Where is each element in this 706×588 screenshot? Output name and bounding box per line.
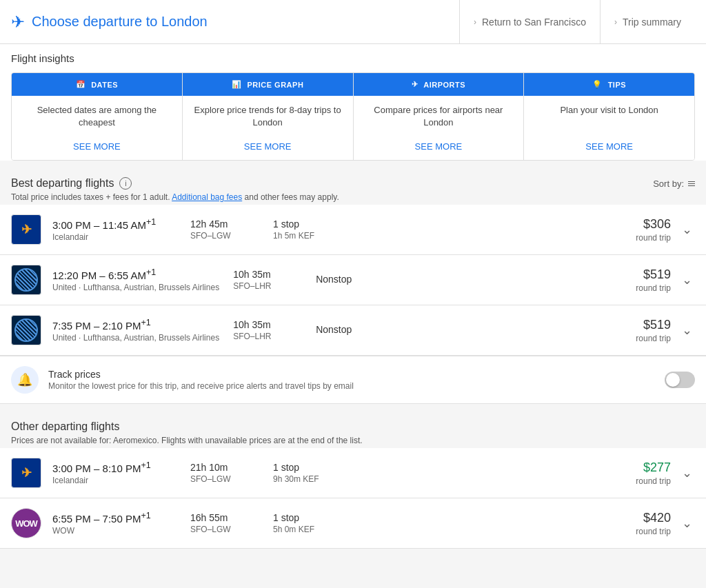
flight-duration-1: 10h 35m SFO–LHR bbox=[233, 269, 302, 291]
insights-title: Flight insights bbox=[11, 52, 695, 64]
insight-airports-body: Compare prices for airports near London … bbox=[354, 96, 524, 160]
other-route-0: SFO–LGW bbox=[190, 474, 259, 484]
track-title: Track prices bbox=[48, 369, 665, 380]
other-flight-row-1[interactable]: WOW 6:55 PM – 7:50 PM+1 WOW 16h 55m SFO–… bbox=[0, 498, 706, 549]
flight-duration-0: 12h 45m SFO–LGW bbox=[190, 219, 259, 241]
flight-stops-0: 1 stop 1h 5m KEF bbox=[273, 219, 356, 241]
other-price-label-0: round trip bbox=[636, 476, 671, 486]
best-flights-subtitle: Total price includes taxes + fees for 1 … bbox=[11, 192, 695, 202]
return-step[interactable]: › Return to San Francisco bbox=[459, 0, 600, 43]
other-flights-section-header: Other departing flights Prices are not a… bbox=[0, 409, 706, 448]
other-expand-icon-1[interactable]: ⌄ bbox=[679, 513, 695, 534]
insight-tips-text: Plan your visit to London bbox=[532, 104, 686, 133]
flight-times-2: 7:35 PM – 2:10 PM+1 United · Lufthansa, … bbox=[52, 318, 219, 343]
other-flight-times-1: 6:55 PM – 7:50 PM+1 WOW bbox=[52, 511, 176, 536]
other-flight-duration-0: 21h 10m SFO–LGW bbox=[190, 462, 259, 484]
calendar-icon: 📅 bbox=[76, 80, 86, 89]
best-flight-row-2[interactable]: 7:35 PM – 2:10 PM+1 United · Lufthansa, … bbox=[0, 305, 706, 356]
sort-by-area: Sort by: bbox=[653, 179, 695, 189]
price-label-0: round trip bbox=[636, 233, 671, 243]
other-time-range-1: 6:55 PM – 7:50 PM+1 bbox=[52, 511, 176, 525]
stops-text-2: Nonstop bbox=[316, 324, 399, 335]
insight-price-graph-see-more[interactable]: SEE MORE bbox=[244, 141, 292, 152]
insight-airports-see-more[interactable]: SEE MORE bbox=[415, 141, 463, 152]
return-step-label: Return to San Francisco bbox=[482, 17, 586, 28]
time-range-1: 12:20 PM – 6:55 AM+1 bbox=[52, 267, 219, 281]
insight-price-graph-body: Explore price trends for 8-day trips to … bbox=[183, 96, 353, 160]
track-notification-icon: 🔔 bbox=[17, 372, 32, 387]
insight-tips-see-more[interactable]: SEE MORE bbox=[585, 141, 633, 152]
divider-1 bbox=[0, 161, 706, 166]
plane-icon: ✈ bbox=[11, 12, 25, 32]
other-stops-detail-1: 5h 0m KEF bbox=[273, 525, 356, 534]
header-steps: › Return to San Francisco › Trip summary bbox=[459, 0, 695, 43]
other-flight-stops-1: 1 stop 5h 0m KEF bbox=[273, 512, 356, 534]
duration-text-0: 12h 45m bbox=[190, 219, 259, 230]
best-flights-section-header: Best departing flights i Sort by: Total … bbox=[0, 166, 706, 205]
track-prices-toggle[interactable] bbox=[665, 372, 695, 388]
price-amount-1: $519 bbox=[636, 267, 671, 282]
airline-name-0: Icelandair bbox=[52, 232, 176, 242]
price-label-2: round trip bbox=[636, 334, 671, 343]
wow-logo-1: WOW bbox=[11, 508, 41, 538]
insight-tips-body: Plan your visit to London SEE MORE bbox=[524, 96, 694, 160]
other-stops-detail-0: 9h 30m KEF bbox=[273, 474, 356, 484]
insights-section: Flight insights 📅 DATES Selected dates a… bbox=[0, 44, 706, 161]
other-flight-price-0: $277 round trip bbox=[636, 460, 671, 486]
other-price-amount-0: $277 bbox=[636, 460, 671, 475]
best-flights-title: Best departing flights bbox=[11, 177, 114, 190]
insight-tips-card[interactable]: 💡 TIPS Plan your visit to London SEE MOR… bbox=[524, 73, 694, 160]
best-flight-row-1[interactable]: 12:20 PM – 6:55 AM+1 United · Lufthansa,… bbox=[0, 255, 706, 305]
insight-dates-body: Selected dates are among the cheapest SE… bbox=[12, 96, 182, 160]
time-range-2: 7:35 PM – 2:10 PM+1 bbox=[52, 318, 219, 332]
trip-summary-step[interactable]: › Trip summary bbox=[600, 0, 695, 43]
other-flight-row-0[interactable]: 3:00 PM – 8:10 PM+1 Icelandair 21h 10m S… bbox=[0, 448, 706, 498]
insight-dates-see-more[interactable]: SEE MORE bbox=[73, 141, 121, 152]
price-amount-2: $519 bbox=[636, 318, 671, 332]
subtitle-text: Total price includes taxes + fees for 1 … bbox=[11, 192, 170, 202]
sort-by-label: Sort by: bbox=[653, 179, 684, 189]
insight-dates-card[interactable]: 📅 DATES Selected dates are among the che… bbox=[12, 73, 183, 160]
flight-stops-2: Nonstop bbox=[316, 324, 399, 336]
track-subtitle: Monitor the lowest price for this trip, … bbox=[48, 381, 665, 391]
other-airline-name-1: WOW bbox=[52, 526, 176, 536]
other-price-label-1: round trip bbox=[636, 527, 671, 536]
expand-icon-1[interactable]: ⌄ bbox=[679, 270, 695, 290]
other-flight-stops-0: 1 stop 9h 30m KEF bbox=[273, 462, 356, 484]
expand-icon-2[interactable]: ⌄ bbox=[679, 320, 695, 341]
other-duration-text-1: 16h 55m bbox=[190, 512, 259, 523]
sort-icon[interactable] bbox=[688, 181, 695, 186]
best-flight-row-0[interactable]: 3:00 PM – 11:45 AM+1 Icelandair 12h 45m … bbox=[0, 205, 706, 255]
other-time-range-0: 3:00 PM – 8:10 PM+1 bbox=[52, 460, 176, 474]
other-flight-duration-1: 16h 55m SFO–LGW bbox=[190, 512, 259, 534]
page-title: Choose departure to London bbox=[32, 14, 208, 30]
other-flights-title-text: Other departing flights bbox=[11, 420, 119, 433]
icelandair-logo-0 bbox=[11, 214, 41, 245]
insight-airports-card[interactable]: ✈ AIRPORTS Compare prices for airports n… bbox=[354, 73, 525, 160]
other-route-1: SFO–LGW bbox=[190, 525, 259, 534]
expand-icon-0[interactable]: ⌄ bbox=[679, 219, 695, 240]
insight-price-graph-header: 📊 PRICE GRAPH bbox=[183, 73, 353, 96]
flight-price-1: $519 round trip bbox=[636, 267, 671, 293]
lightbulb-icon: 💡 bbox=[592, 80, 603, 89]
other-airline-name-0: Icelandair bbox=[52, 476, 176, 485]
insight-price-graph-text: Explore price trends for 8-day trips to … bbox=[191, 104, 345, 133]
insight-airports-label: AIRPORTS bbox=[423, 81, 465, 89]
best-flights-list: 3:00 PM – 11:45 AM+1 Icelandair 12h 45m … bbox=[0, 205, 706, 356]
insight-airports-header: ✈ AIRPORTS bbox=[354, 73, 524, 96]
other-expand-icon-0[interactable]: ⌄ bbox=[679, 463, 695, 483]
flight-duration-2: 10h 35m SFO–LHR bbox=[233, 319, 302, 341]
info-icon[interactable]: i bbox=[119, 177, 132, 190]
other-duration-text-0: 21h 10m bbox=[190, 462, 259, 473]
plane-icon-airports: ✈ bbox=[412, 80, 418, 89]
price-label-1: round trip bbox=[636, 283, 671, 293]
other-stops-text-1: 1 stop bbox=[273, 512, 356, 523]
insight-price-graph-card[interactable]: 📊 PRICE GRAPH Explore price trends for 8… bbox=[183, 73, 354, 160]
price-amount-0: $306 bbox=[636, 217, 671, 232]
route-0: SFO–LGW bbox=[190, 231, 259, 241]
insight-dates-header: 📅 DATES bbox=[12, 73, 182, 96]
insight-airports-text: Compare prices for airports near London bbox=[362, 104, 516, 133]
step-arrow-2: › bbox=[614, 17, 617, 27]
insight-tips-label: TIPS bbox=[608, 81, 626, 89]
bag-fees-link[interactable]: Additional bag fees bbox=[172, 192, 242, 202]
